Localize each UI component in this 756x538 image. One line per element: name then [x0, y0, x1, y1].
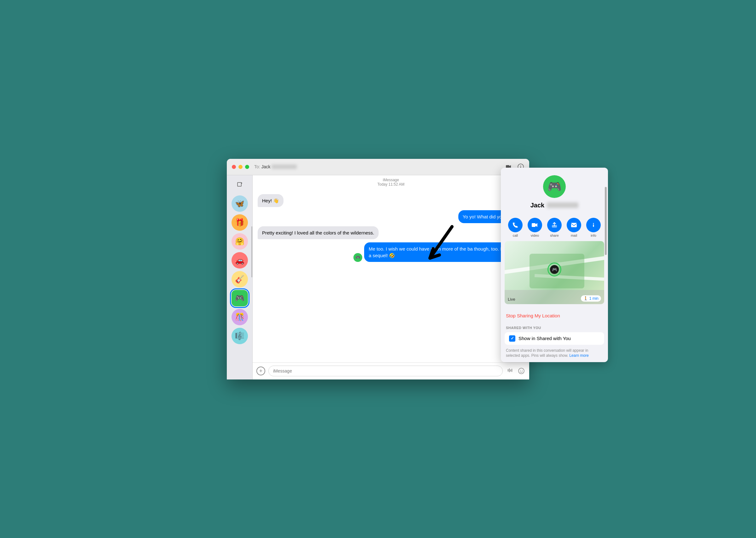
message-text: Pretty exciting! I loved all the colors …	[262, 230, 374, 236]
sidebar-item-contact-5[interactable]: 🎸	[231, 271, 248, 288]
chat-service: iMessage	[258, 178, 524, 182]
svg-rect-5	[508, 369, 508, 372]
message-bubble: Pretty exciting! I loved all the colors …	[258, 226, 379, 239]
contact-last-name-blur	[547, 202, 578, 208]
info-action-button[interactable]: info	[586, 218, 601, 237]
sidebar-item-contact-2[interactable]: 🎁	[231, 214, 248, 231]
add-button[interactable]: +	[257, 366, 265, 375]
info-label: info	[591, 234, 596, 237]
chat-timestamp: Today 11:52 AM	[258, 182, 524, 187]
message-text: Me too. I wish we could have seen more o…	[368, 246, 519, 258]
to-field: To: Jack	[254, 164, 505, 169]
call-label: call	[513, 234, 518, 237]
svg-rect-4	[238, 183, 241, 186]
message-bubble: Hey! 👋	[258, 194, 283, 207]
shared-with-you-header: SHARED WITH YOU	[501, 323, 608, 331]
sidebar: 🦋 🎁 🤗 🚗 🎸 🎮 🎊	[227, 175, 253, 379]
title-bar: To: Jack	[227, 159, 529, 175]
contact-1-emoji: 🦋	[235, 199, 244, 208]
map-pin-inner: 🎮	[550, 265, 559, 274]
message-row: Hey! 👋	[258, 194, 524, 207]
contact-first-name: Jack	[531, 202, 544, 209]
contact-4-emoji: 🚗	[235, 256, 244, 265]
svg-point-11	[522, 370, 523, 371]
info-panel: 🎮 Jack call	[501, 168, 608, 362]
svg-rect-8	[512, 369, 512, 372]
contact-header: 🎮 Jack	[501, 168, 608, 214]
compose-button[interactable]	[233, 178, 246, 191]
message-row: 🎮 Me too. I wish we could have seen more…	[258, 242, 524, 262]
minimize-button[interactable]	[238, 165, 243, 169]
stop-sharing-section: Stop Sharing My Location	[501, 308, 608, 323]
mail-label: mail	[571, 234, 577, 237]
svg-rect-12	[532, 223, 536, 227]
show-in-shared-label: Show in Shared with You	[518, 336, 571, 341]
traffic-lights	[232, 165, 249, 169]
share-button[interactable]: share	[547, 218, 562, 237]
sidebar-item-contact-8[interactable]: 🎼	[231, 328, 248, 344]
message-text: Hey! 👋	[262, 198, 279, 203]
svg-rect-16	[593, 224, 594, 227]
map-time-label: 🚶 1 min	[581, 295, 601, 301]
message-row: Pretty exciting! I loved all the colors …	[258, 226, 524, 239]
chat-input-bar: +	[253, 362, 529, 379]
video-label: video	[531, 234, 539, 237]
sent-avatar: 🎮	[354, 253, 362, 262]
contact-7-emoji: 🎊	[235, 313, 244, 321]
shared-with-you-row: ✓ Show in Shared with You	[505, 332, 604, 345]
svg-rect-7	[510, 369, 511, 372]
map-background: 🎮 Live 🚶 1 min	[505, 241, 604, 304]
info-panel-scrollbar	[605, 187, 607, 255]
contact-full-name: Jack	[531, 202, 579, 209]
chat-header: iMessage Today 11:52 AM	[253, 175, 529, 189]
add-icon: +	[259, 368, 263, 374]
chat-messages: Hey! 👋 Yo yo! What did you think o Prett…	[253, 189, 529, 362]
checkmark-icon: ✓	[511, 336, 514, 341]
emoji-button[interactable]	[517, 367, 525, 375]
to-label: To:	[254, 164, 260, 169]
call-icon-circle	[508, 218, 523, 232]
contact-avatar-large: 🎮	[543, 175, 566, 198]
svg-point-2	[520, 165, 521, 166]
stop-sharing-button[interactable]: Stop Sharing My Location	[506, 310, 603, 321]
call-button[interactable]: call	[508, 218, 523, 237]
fullscreen-button[interactable]	[245, 165, 249, 169]
sidebar-item-contact-7[interactable]: 🎊	[231, 309, 248, 325]
svg-point-10	[520, 370, 521, 371]
contact-5-emoji: 🎸	[235, 275, 244, 284]
recipient-name-blur	[271, 165, 297, 169]
shared-description: Content shared in this conversation will…	[501, 346, 608, 362]
walk-icon: 🚶	[583, 296, 588, 301]
sidebar-item-contact-3[interactable]: 🤗	[231, 233, 248, 249]
contact-2-emoji: 🎁	[235, 218, 244, 227]
recipient-name: Jack	[261, 164, 270, 169]
location-map[interactable]: 🎮 Live 🚶 1 min	[505, 241, 604, 304]
map-location-pin: 🎮	[547, 262, 561, 276]
learn-more-link[interactable]: Learn more	[569, 353, 589, 358]
video-icon-circle	[528, 218, 542, 232]
share-icon-circle	[547, 218, 562, 232]
message-row: Yo yo! What did you think o	[258, 210, 524, 223]
message-input[interactable]	[268, 366, 503, 376]
map-live-label: Live	[508, 297, 515, 301]
voice-button[interactable]	[506, 367, 514, 375]
svg-rect-14	[571, 223, 577, 227]
share-label: share	[550, 234, 559, 237]
info-icon-circle	[586, 218, 601, 232]
show-in-shared-checkbox[interactable]: ✓	[509, 335, 515, 342]
sidebar-scrollbar	[251, 226, 252, 277]
time-value: 1 min	[590, 296, 598, 301]
close-button[interactable]	[232, 165, 236, 169]
contact-6-emoji: 🎮	[235, 294, 244, 302]
sidebar-item-contact-jack[interactable]: 🎮	[231, 290, 248, 306]
messages-window: To: Jack	[227, 159, 529, 379]
video-button[interactable]: video	[528, 218, 542, 237]
sidebar-item-contact-1[interactable]: 🦋	[231, 195, 248, 212]
message-bubble: Me too. I wish we could have seen more o…	[364, 242, 524, 262]
mail-button[interactable]: mail	[567, 218, 581, 237]
mail-icon-circle	[567, 218, 581, 232]
action-buttons: call video	[501, 214, 608, 241]
chat-area: iMessage Today 11:52 AM Hey! 👋 Yo yo! Wh…	[253, 175, 529, 379]
sidebar-item-contact-4[interactable]: 🚗	[231, 252, 248, 269]
svg-point-9	[518, 368, 524, 374]
